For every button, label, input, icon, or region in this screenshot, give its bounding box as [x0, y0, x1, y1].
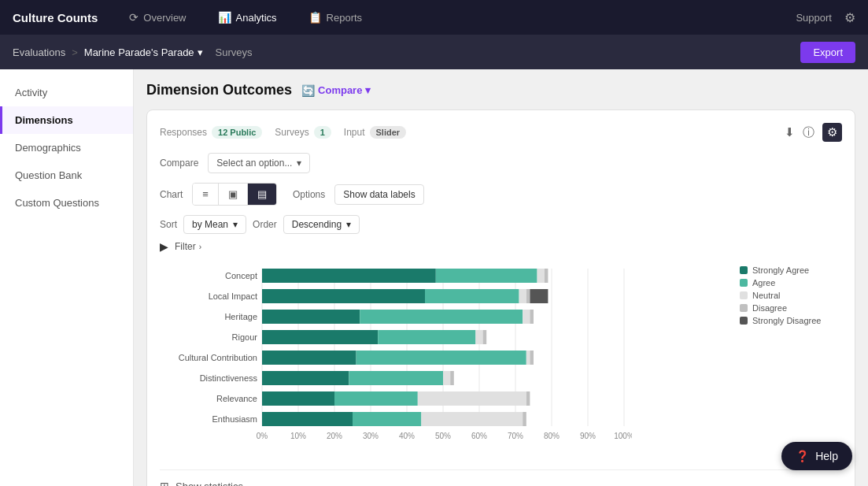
export-button[interactable]: Export — [800, 42, 855, 63]
input-badge: Slider — [370, 126, 407, 139]
help-label: Help — [815, 450, 838, 462]
svg-rect-21 — [530, 289, 548, 303]
help-icon: ❓ — [796, 450, 809, 462]
settings-icon[interactable]: ⚙ — [844, 10, 855, 25]
input-group: Input Slider — [344, 126, 406, 139]
support-link[interactable]: Support — [796, 12, 832, 24]
chart-type-stacked-btn[interactable]: ▤ — [248, 184, 276, 205]
sidebar: Activity Dimensions Demographics Questio… — [0, 69, 134, 486]
sort-dropdown[interactable]: by Mean ▾ — [183, 215, 246, 234]
sort-value: by Mean — [192, 219, 228, 230]
legend-color — [740, 317, 748, 325]
svg-text:100%: 100% — [614, 432, 632, 440]
sidebar-item-dimensions[interactable]: Dimensions — [0, 106, 133, 134]
bar-chart: ConceptLocal ImpactHeritageRigourCultura… — [160, 262, 632, 456]
svg-rect-24 — [360, 310, 523, 324]
legend-label: Disagree — [752, 303, 787, 313]
svg-rect-35 — [526, 351, 530, 365]
nav-analytics[interactable]: 📊 Analytics — [212, 8, 283, 27]
info-icon-btn[interactable]: ⓘ — [803, 125, 814, 140]
play-icon[interactable]: ▶ — [160, 240, 168, 253]
svg-rect-36 — [530, 351, 534, 365]
chart-type-row: Chart ≡ ▣ ▤ Options Show data labels — [160, 183, 842, 206]
svg-rect-25 — [523, 310, 530, 324]
filter-label: Filter — [175, 241, 196, 252]
compare-dropdown[interactable]: Select an option... ▾ — [208, 153, 310, 173]
legend-color — [740, 279, 748, 287]
svg-text:40%: 40% — [399, 432, 415, 440]
legend-color — [740, 291, 748, 299]
svg-rect-48 — [262, 412, 353, 426]
chart-legend: Strongly AgreeAgreeNeutralDisagreeStrong… — [740, 262, 842, 325]
svg-text:20%: 20% — [327, 432, 342, 440]
svg-text:Relevance: Relevance — [216, 394, 257, 403]
page-title-row: Dimension Outcomes 🔄 Compare ▾ — [146, 82, 855, 98]
responses-badge: 12 Public — [212, 126, 262, 139]
breadcrumb-separator: > — [72, 46, 78, 58]
filter-button[interactable]: Filter › — [175, 241, 201, 252]
breadcrumb-bar: Evaluations > Marine Parade's Parade ▾ S… — [0, 35, 868, 69]
legend-color — [740, 304, 748, 312]
legend-item: Agree — [740, 278, 842, 288]
svg-rect-31 — [483, 330, 487, 344]
sort-label: Sort — [160, 219, 177, 230]
sidebar-item-demographics[interactable]: Demographics — [0, 134, 133, 161]
svg-rect-40 — [443, 371, 450, 385]
compare-label: Compare — [318, 84, 362, 96]
main-layout: Activity Dimensions Demographics Questio… — [0, 69, 868, 486]
order-label: Order — [253, 219, 277, 230]
chart-type-group: ≡ ▣ ▤ — [192, 183, 277, 206]
legend-label: Neutral — [752, 291, 780, 300]
svg-text:Local Impact: Local Impact — [209, 291, 257, 301]
compare-icon: 🔄 — [301, 84, 315, 97]
nav-analytics-label: Analytics — [236, 12, 277, 24]
main-content: Dimension Outcomes 🔄 Compare ▾ Responses… — [134, 69, 868, 486]
svg-rect-51 — [523, 412, 526, 426]
chart-type-bar-btn[interactable]: ≡ — [193, 184, 219, 205]
nav-right: Support ⚙ — [796, 10, 855, 25]
download-icon-btn[interactable]: ⬇ — [785, 125, 795, 139]
order-value: Descending — [292, 219, 342, 230]
chart-svg-container: ConceptLocal ImpactHeritageRigourCultura… — [160, 262, 727, 458]
chart-type-video-btn[interactable]: ▣ — [219, 184, 248, 205]
sidebar-item-question-bank[interactable]: Question Bank — [0, 161, 133, 189]
legend-label: Agree — [752, 278, 775, 288]
svg-rect-39 — [349, 371, 443, 385]
svg-rect-26 — [530, 310, 534, 324]
legend-label: Strongly Agree — [752, 265, 809, 275]
svg-text:Distinctiveness: Distinctiveness — [200, 373, 258, 383]
compare-row: Compare Select an option... ▾ — [160, 153, 842, 173]
stat-icons: ⬇ ⓘ ⚙ — [785, 123, 842, 142]
svg-rect-50 — [421, 412, 523, 426]
svg-rect-45 — [418, 391, 526, 406]
help-button[interactable]: ❓ Help — [781, 442, 852, 470]
compare-button[interactable]: 🔄 Compare ▾ — [301, 84, 371, 97]
breadcrumb-surveys: Surveys — [216, 46, 253, 58]
breadcrumb-evaluations[interactable]: Evaluations — [13, 46, 65, 58]
svg-rect-12 — [262, 269, 436, 283]
options-label: Options — [293, 189, 325, 200]
svg-text:80%: 80% — [544, 432, 560, 440]
nav-overview[interactable]: ⟳ Overview — [123, 8, 192, 27]
nav-reports[interactable]: 📋 Reports — [302, 8, 369, 27]
sidebar-item-custom-questions[interactable]: Custom Questions — [0, 189, 133, 217]
svg-text:0%: 0% — [257, 432, 268, 440]
svg-text:30%: 30% — [363, 432, 379, 440]
chart-label: Chart — [160, 189, 183, 200]
settings-icon-btn[interactable]: ⚙ — [822, 123, 842, 142]
page-title: Dimension Outcomes — [146, 82, 292, 98]
breadcrumb-current[interactable]: Marine Parade's Parade ▾ — [84, 46, 203, 58]
order-dropdown[interactable]: Descending ▾ — [283, 215, 360, 234]
svg-text:60%: 60% — [471, 432, 487, 440]
show-data-labels-btn[interactable]: Show data labels — [334, 184, 423, 205]
surveys-group: Surveys 1 — [275, 126, 331, 139]
show-stats-row[interactable]: ⊞ Show statistics — [160, 469, 842, 486]
sidebar-item-activity[interactable]: Activity — [0, 79, 133, 106]
responses-group: Responses 12 Public — [160, 126, 262, 139]
svg-rect-28 — [262, 330, 378, 344]
filter-chevron-icon: › — [199, 243, 201, 251]
svg-text:70%: 70% — [508, 432, 523, 440]
analytics-icon: 📊 — [218, 11, 231, 24]
surveys-badge: 1 — [314, 126, 331, 139]
svg-text:50%: 50% — [435, 432, 451, 440]
